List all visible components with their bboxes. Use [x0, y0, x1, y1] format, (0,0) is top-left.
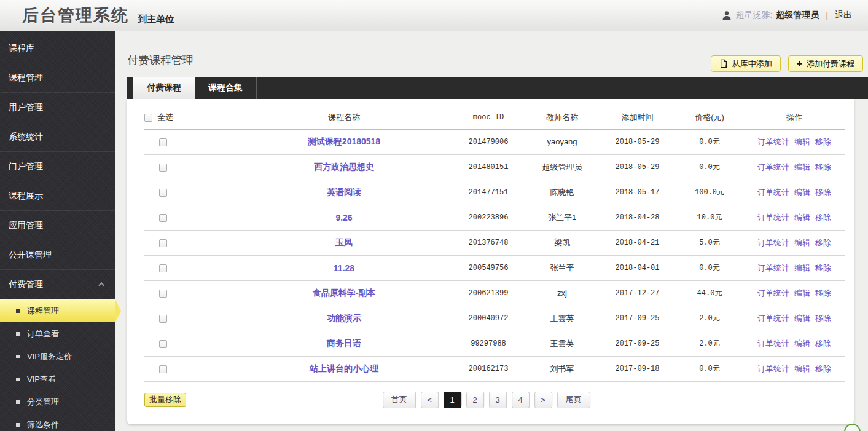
row-checkbox[interactable]: [159, 189, 167, 197]
tab-course-collections[interactable]: 课程合集: [195, 77, 256, 99]
teacher-name: 张兰平: [525, 255, 599, 280]
pagination-first[interactable]: 首页: [383, 392, 416, 408]
edit-link[interactable]: 编辑: [794, 263, 810, 272]
sidebar-subitem-label: VIP查看: [27, 368, 56, 390]
sidebar-subitem-0[interactable]: 课程管理: [0, 299, 115, 322]
course-link[interactable]: 玉凤: [335, 237, 353, 247]
row-checkbox[interactable]: [159, 164, 167, 172]
order-stats-link[interactable]: 订单统计: [757, 364, 789, 373]
remove-link[interactable]: 移除: [815, 213, 831, 222]
remove-link[interactable]: 移除: [815, 137, 831, 146]
pagination-page-2[interactable]: 2: [466, 392, 484, 408]
mooc-id: 200040972: [452, 306, 525, 331]
order-stats-link[interactable]: 订单统计: [757, 238, 789, 247]
price: 10.0元: [676, 205, 743, 230]
sidebar-item-0[interactable]: 课程库: [0, 34, 115, 63]
order-stats-link[interactable]: 订单统计: [757, 288, 789, 298]
sidebar-subitem-5[interactable]: 筛选条件: [0, 413, 115, 431]
order-stats-link[interactable]: 订单统计: [757, 263, 789, 272]
row-checkbox[interactable]: [159, 239, 167, 247]
pagination-page-1[interactable]: 1: [444, 392, 461, 408]
pagination: 首页 < 1234 > 尾页: [380, 392, 593, 408]
sidebar-item-label: 付费管理: [9, 270, 43, 299]
sidebar-item-1[interactable]: 课程管理: [0, 63, 115, 93]
sidebar-item-4[interactable]: 门户管理: [0, 152, 115, 181]
pagination-page-4[interactable]: 4: [512, 392, 530, 408]
service-fab-icon[interactable]: [844, 424, 861, 431]
edit-link[interactable]: 编辑: [794, 339, 810, 348]
order-stats-link[interactable]: 订单统计: [757, 339, 789, 348]
row-checkbox[interactable]: [159, 315, 167, 323]
sidebar-subitem-4[interactable]: 分类管理: [0, 390, 115, 413]
course-link[interactable]: 11.28: [334, 263, 354, 273]
edit-link[interactable]: 编辑: [794, 238, 810, 247]
remove-link[interactable]: 移除: [815, 288, 831, 298]
row-checkbox[interactable]: [159, 264, 167, 272]
pagination-prev[interactable]: <: [421, 392, 439, 408]
edit-link[interactable]: 编辑: [794, 137, 810, 146]
edit-link[interactable]: 编辑: [794, 188, 810, 197]
tab-separator: [256, 77, 257, 99]
order-stats-link[interactable]: 订单统计: [757, 137, 789, 146]
edit-link[interactable]: 编辑: [794, 288, 810, 298]
remove-link[interactable]: 移除: [815, 364, 831, 373]
sidebar-subitem-2[interactable]: VIP服务定价: [0, 345, 115, 368]
row-checkbox[interactable]: [159, 365, 167, 373]
sidebar-item-2[interactable]: 用户管理: [0, 93, 115, 122]
price: 2.0元: [676, 331, 743, 356]
row-checkbox[interactable]: [159, 138, 167, 146]
course-link[interactable]: 功能演示: [327, 313, 361, 323]
remove-link[interactable]: 移除: [815, 162, 831, 172]
pagination-next[interactable]: >: [534, 392, 552, 408]
remove-link[interactable]: 移除: [815, 314, 831, 323]
edit-link[interactable]: 编辑: [794, 314, 810, 323]
teacher-name: 王雲英: [525, 331, 599, 356]
edit-link[interactable]: 编辑: [794, 213, 810, 222]
course-link[interactable]: 9.26: [335, 213, 352, 223]
batch-remove-button[interactable]: 批量移除: [144, 393, 186, 407]
course-link[interactable]: 站上讲台的小心理: [310, 363, 378, 373]
logout-link[interactable]: 退出: [835, 10, 852, 21]
remove-link[interactable]: 移除: [815, 238, 831, 247]
sidebar-subitem-3[interactable]: VIP查看: [0, 368, 115, 390]
add-from-library-button[interactable]: 从库中添加: [711, 55, 781, 72]
sidebar-item-3[interactable]: 系统统计: [0, 122, 115, 152]
table-row: 9.26200223896张兰平12018-04-2810.0元订单统计编辑移除: [144, 205, 845, 230]
row-checkbox[interactable]: [159, 290, 167, 298]
add-paid-course-button[interactable]: + 添加付费课程: [788, 55, 863, 72]
order-stats-link[interactable]: 订单统计: [757, 162, 789, 172]
user-role-label: 超级管理员: [776, 10, 819, 21]
sidebar-subitem-label: 订单查看: [27, 322, 59, 345]
order-stats-link[interactable]: 订单统计: [757, 188, 789, 197]
pagination-last[interactable]: 尾页: [557, 392, 590, 408]
to-main-unit-link[interactable]: 到主单位: [138, 14, 174, 25]
added-date: 2017-09-25: [599, 331, 676, 356]
sidebar-item-6[interactable]: 应用管理: [0, 211, 115, 240]
course-link[interactable]: 食品原料学-副本: [313, 288, 376, 298]
pagination-page-3[interactable]: 3: [489, 392, 507, 408]
col-header-price: 价格(元): [676, 106, 743, 129]
sidebar-item-5[interactable]: 课程展示: [0, 181, 115, 211]
order-stats-link[interactable]: 订单统计: [757, 213, 789, 222]
remove-link[interactable]: 移除: [815, 263, 831, 272]
sidebar-item-8[interactable]: 付费管理: [0, 270, 115, 299]
added-date: 2017-09-18: [599, 356, 676, 381]
course-table: 全选 课程名称 mooc ID 教师名称 添加时间 价格(元) 操作 测试课程2…: [144, 106, 845, 382]
tab-paid-courses[interactable]: 付费课程: [133, 77, 195, 99]
course-link[interactable]: 英语阅读: [327, 187, 361, 197]
row-checkbox[interactable]: [159, 340, 167, 348]
remove-link[interactable]: 移除: [815, 339, 831, 348]
edit-link[interactable]: 编辑: [794, 364, 810, 373]
course-link[interactable]: 商务日语: [327, 338, 361, 348]
table-row: 测试课程20180518201479006yaoyang2018-05-290.…: [144, 129, 845, 154]
sidebar-subitem-1[interactable]: 订单查看: [0, 322, 115, 345]
order-stats-link[interactable]: 订单统计: [757, 314, 789, 323]
edit-link[interactable]: 编辑: [794, 162, 810, 172]
row-checkbox[interactable]: [159, 214, 167, 222]
select-all-checkbox[interactable]: [144, 114, 152, 122]
table-row: 西方政治思想史201480151超级管理员2018-05-290.0元订单统计编…: [144, 154, 845, 180]
sidebar-item-7[interactable]: 公开课管理: [0, 240, 115, 270]
course-link[interactable]: 西方政治思想史: [314, 162, 374, 172]
remove-link[interactable]: 移除: [815, 188, 831, 197]
course-link[interactable]: 测试课程20180518: [308, 136, 380, 146]
